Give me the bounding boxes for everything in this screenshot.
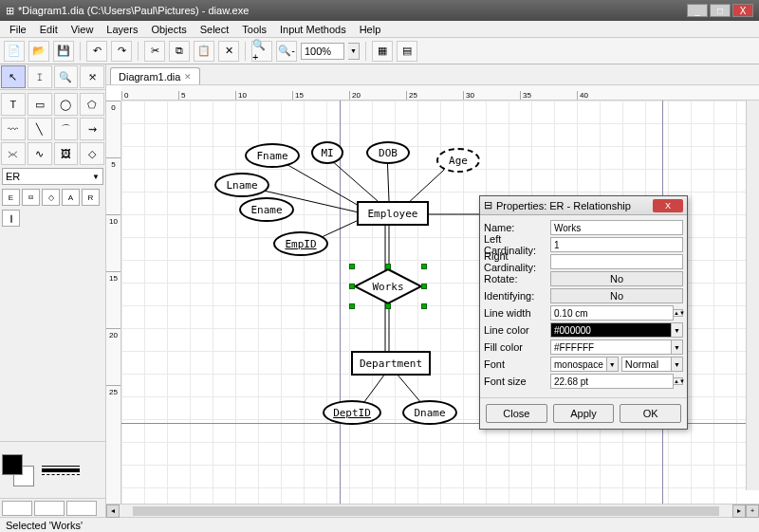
linecolor-dropdown[interactable]: ▼: [672, 322, 683, 338]
linewidth-spinner[interactable]: ▲▼: [674, 309, 683, 317]
fg-bg-swatches[interactable]: [2, 454, 34, 486]
dialog-close-action-button[interactable]: Close: [486, 404, 547, 423]
linecolor-field[interactable]: #000000: [550, 322, 672, 338]
fontsize-field[interactable]: 22.68 pt: [550, 374, 674, 389]
attr-empid-key[interactable]: EmpID: [273, 231, 328, 256]
horizontal-scrollbar[interactable]: ◂ ▸ +: [106, 504, 759, 517]
relationship-works[interactable]: Works: [353, 267, 423, 305]
er-relationship-tool[interactable]: ◇: [42, 189, 60, 206]
redo-button[interactable]: ↷: [111, 41, 132, 62]
attr-mi[interactable]: MI: [311, 141, 343, 164]
name-field[interactable]: Works: [550, 220, 683, 235]
er-multivalue-tool[interactable]: ∥: [2, 210, 20, 227]
er-participation-tool[interactable]: R: [82, 189, 100, 206]
start-arrow-selector[interactable]: [2, 501, 32, 516]
left-card-field[interactable]: 1: [550, 237, 683, 252]
dialog-apply-button[interactable]: Apply: [553, 404, 615, 423]
attr-fname[interactable]: Fname: [245, 143, 300, 168]
outline-tool[interactable]: ◇: [80, 142, 104, 165]
copy-button[interactable]: ⧉: [169, 41, 190, 62]
fg-swatch[interactable]: [2, 454, 23, 475]
rotate-toggle[interactable]: No: [550, 271, 683, 286]
er-entity-tool[interactable]: E: [2, 189, 20, 206]
attr-dname[interactable]: Dname: [402, 400, 457, 425]
line-style-selector[interactable]: [34, 501, 65, 516]
zoom-in-button[interactable]: 🔍+: [251, 41, 272, 62]
attr-deptid-key[interactable]: DeptID: [323, 400, 381, 425]
bezier-tool[interactable]: 〰: [1, 118, 26, 140]
layers-button[interactable]: ▤: [397, 41, 417, 62]
ellipse-tool[interactable]: ◯: [54, 93, 79, 116]
paste-button[interactable]: 📋: [194, 41, 214, 62]
end-arrow-selector[interactable]: [66, 501, 97, 516]
fillcolor-dropdown[interactable]: ▼: [672, 339, 683, 355]
right-card-label: Right Cardinality:: [484, 250, 550, 273]
zigzag-tool[interactable]: ⇝: [80, 118, 104, 140]
attr-lname[interactable]: Lname: [214, 173, 269, 197]
magnify-tool[interactable]: 🔍: [54, 65, 79, 88]
image-tool[interactable]: 🖼: [54, 142, 79, 165]
minimize-button[interactable]: _: [687, 4, 708, 17]
dialog-close-button[interactable]: X: [653, 199, 683, 212]
entity-employee[interactable]: Employee: [357, 201, 429, 226]
vertical-scrollbar[interactable]: [746, 101, 759, 490]
close-button[interactable]: X: [732, 4, 753, 17]
dialog-ok-button[interactable]: OK: [620, 404, 681, 423]
zoom-out-button[interactable]: 🔍-: [276, 41, 297, 62]
menu-edit[interactable]: Edit: [34, 23, 64, 36]
menu-select[interactable]: Select: [194, 23, 235, 36]
right-card-field[interactable]: [550, 254, 683, 269]
undo-button[interactable]: ↶: [86, 41, 107, 62]
menu-tools[interactable]: Tools: [236, 23, 272, 36]
save-button[interactable]: 💾: [53, 41, 74, 62]
grid-toggle-button[interactable]: ▦: [372, 41, 393, 62]
identifying-toggle[interactable]: No: [550, 288, 683, 303]
attr-age-derived[interactable]: Age: [436, 148, 480, 173]
menu-input-methods[interactable]: Input Methods: [274, 23, 352, 36]
rect-tool[interactable]: ▭: [28, 93, 52, 116]
line-tool[interactable]: ╲: [28, 118, 52, 140]
text-edit-tool[interactable]: 𝙸: [28, 65, 52, 88]
properties-dialog[interactable]: ⊟ Properties: ER - Relationship X Name: …: [479, 195, 688, 430]
polygon-tool[interactable]: ⬠: [80, 93, 104, 116]
dialog-titlebar[interactable]: ⊟ Properties: ER - Relationship X: [480, 196, 687, 215]
scroll-tool[interactable]: ⤧: [80, 65, 104, 88]
er-weak-entity-tool[interactable]: ⧈: [22, 189, 40, 206]
attr-ename[interactable]: Ename: [239, 197, 294, 222]
polyline-tool[interactable]: ⩙: [1, 142, 26, 165]
menu-objects[interactable]: Objects: [145, 23, 192, 36]
font-style-field[interactable]: Normal: [621, 357, 672, 372]
menu-file[interactable]: File: [4, 23, 32, 36]
fontsize-spinner[interactable]: ▲▼: [674, 377, 683, 385]
new-button[interactable]: 📄: [4, 41, 25, 62]
scroll-right-button[interactable]: ▸: [732, 504, 746, 518]
open-button[interactable]: 📂: [28, 41, 49, 62]
scroll-left-button[interactable]: ◂: [106, 504, 120, 518]
shape-set-selector[interactable]: ER ▼: [2, 168, 103, 185]
arc-tool[interactable]: ⌒: [54, 118, 79, 140]
font-family-dropdown[interactable]: ▼: [607, 357, 619, 372]
delete-button[interactable]: ✕: [218, 41, 239, 62]
zoom-field[interactable]: 100%: [301, 43, 344, 60]
attr-dob[interactable]: DOB: [366, 141, 410, 164]
text-tool[interactable]: T: [1, 93, 26, 116]
bezierline-tool[interactable]: ∿: [28, 142, 52, 165]
scroll-corner-button[interactable]: +: [746, 504, 759, 518]
font-style-dropdown[interactable]: ▼: [672, 357, 683, 372]
linewidth-field[interactable]: 0.10 cm: [550, 305, 674, 321]
zoom-dropdown[interactable]: ▼: [348, 43, 360, 60]
font-family-field[interactable]: monospace: [550, 357, 607, 372]
menu-help[interactable]: Help: [354, 23, 387, 36]
maximize-button[interactable]: □: [710, 4, 731, 17]
entity-department[interactable]: Department: [351, 351, 431, 376]
fillcolor-field[interactable]: #FFFFFF: [550, 339, 672, 355]
er-attribute-tool[interactable]: A: [62, 189, 80, 206]
menu-layers[interactable]: Layers: [101, 23, 143, 36]
menu-view[interactable]: View: [65, 23, 100, 36]
cut-button[interactable]: ✂: [144, 41, 165, 62]
separator: [80, 42, 81, 61]
line-style-preview[interactable]: [42, 466, 80, 475]
tab-close-icon[interactable]: ✕: [184, 72, 192, 82]
diagram-tab[interactable]: Diagram1.dia ✕: [110, 67, 200, 84]
pointer-tool[interactable]: ↖: [1, 65, 26, 88]
